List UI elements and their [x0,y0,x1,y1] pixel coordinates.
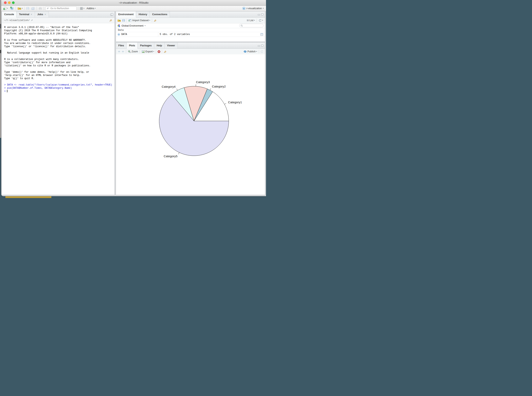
refresh-environment-button[interactable]: ▾ [258,19,263,22]
plots-tabstrip: Files Plots Packages Help Viewer [116,43,265,49]
plots-pane: Files Plots Packages Help Viewer [116,42,265,195]
tab-plots[interactable]: Plots [127,43,138,49]
console-output-line: Type 'q()' to quit R. [4,77,112,80]
toolbar-divider [162,50,162,53]
zoom-plot-button[interactable]: Zoom [128,50,138,53]
new-file-icon [3,7,6,10]
console-output-line: Type 'contributors()' for more informati… [4,61,112,64]
previous-plot-arrow-icon[interactable] [117,50,120,53]
goto-placeholder: Go to file/function [50,7,69,10]
tab-packages[interactable]: Packages [138,43,154,49]
open-file-button[interactable]: ▾ [17,7,23,10]
environment-section-header: Data [116,28,265,32]
svg-text:R: R [243,8,245,10]
expand-object-icon[interactable] [117,33,120,36]
plot-canvas: Category1Category2Category3Category4Cate… [116,54,265,195]
next-plot-arrow-icon[interactable] [122,50,124,53]
remove-plot-icon[interactable] [158,50,160,53]
toolbar-divider [126,50,126,53]
object-summary: 5 obs. of 2 variables [158,33,260,36]
chevron-down-icon: ▾ [256,51,257,52]
tabstrip-filler [170,12,256,17]
tab-label: Terminal [19,13,29,16]
pane-layout-button[interactable]: ▾ [80,7,85,10]
console-cursor[interactable] [7,90,7,92]
minimize-pane-icon[interactable] [258,14,260,15]
import-dataset-button[interactable]: Import Dataset ▾ [128,19,151,22]
clear-all-plots-broom-icon[interactable] [164,50,167,53]
tab-terminal[interactable]: Terminal ✕ [17,12,35,17]
console-output-line: 'citation()' on how to cite R or R packa… [4,64,112,67]
console-pane: Console Terminal ✕ Jobs ✕ ~/r-visualizat… [2,11,115,195]
pie-label: Category3 [196,80,210,84]
addins-label: Addins [87,7,94,10]
list-label: List [250,19,253,22]
tab-help[interactable]: Help [154,43,165,49]
close-icon[interactable]: ✕ [30,13,32,16]
toolbar-divider [156,50,156,53]
chevron-down-icon: ▾ [254,20,255,21]
console-output-line [4,80,112,83]
console-output[interactable]: R version 3.6.1 (2019-07-05) -- "Action … [2,23,115,195]
zoom-label: Zoom [131,50,138,53]
toolbar-divider [78,7,78,10]
save-workspace-icon[interactable] [122,19,125,22]
chevron-down-icon: ▾ [145,25,146,27]
pie-label-tick [196,84,196,86]
console-path-bar: ~/r-visualization/ [2,17,115,23]
tab-jobs[interactable]: Jobs ✕ [35,12,49,17]
new-project-button[interactable]: R [10,6,14,11]
toolbar-divider [16,7,16,10]
console-output-line [4,35,112,39]
close-icon[interactable]: ✕ [44,13,46,16]
project-name: r-visualization [247,7,262,10]
tab-environment[interactable]: Environment [116,12,136,17]
pie-label-tick [178,152,179,154]
tab-viewer[interactable]: Viewer [165,43,178,49]
console-output-line: Platform: x86_64-apple-darwin15.6.0 (64-… [4,32,112,35]
maximize-pane-icon[interactable] [261,45,263,47]
zoom-magnifier-icon [128,50,131,53]
console-output-line: R is a collaborative project with many c… [4,58,112,61]
environment-object-row[interactable]: DATA 5 obs. of 2 variables [116,32,265,37]
view-data-grid-icon[interactable] [260,33,263,36]
title-bar: ~/r-visualization - RStudio [1,0,266,6]
export-plot-button[interactable]: Export ▾ [141,50,154,53]
chevron-down-icon: ▾ [263,8,263,9]
goto-directory-arrow-icon[interactable] [31,19,34,21]
addins-button[interactable]: Addins ▾ [86,7,96,10]
environment-search-input[interactable] [239,24,263,27]
plots-toolbar: Zoom Export ▾ [116,49,265,55]
clear-console-broom-icon[interactable] [109,19,112,22]
project-menu-button[interactable]: R r-visualization ▾ [242,7,264,10]
minimize-pane-icon[interactable] [258,45,260,47]
pie-label-tick [210,88,211,90]
tabstrip-filler [49,12,109,17]
refresh-plot-icon[interactable] [260,50,263,53]
print-button[interactable] [38,7,42,10]
import-dataset-label: Import Dataset [132,19,149,22]
list-view-button[interactable]: List ▾ [246,19,255,22]
maximize-pane-icon[interactable] [110,13,113,16]
working-directory: ~/r-visualization/ [4,19,30,22]
goto-file-function-input[interactable]: Go to file/function [45,6,76,11]
maximize-pane-icon[interactable] [261,13,263,15]
save-button[interactable] [26,7,29,10]
save-all-button[interactable] [31,7,35,10]
load-workspace-folder-icon[interactable] [117,19,121,22]
new-file-button[interactable]: ▾ [3,6,8,11]
pie-label: Category5 [164,154,177,158]
console-output-line [4,67,112,70]
environment-scope-selector[interactable]: Global Environment [122,24,144,27]
clear-environment-broom-icon[interactable] [153,19,157,22]
tab-files[interactable]: Files [116,43,127,49]
tab-label: Connections [152,13,167,16]
console-input-line: > pie(DATA$Number.of.Times, DATA$Categor… [4,87,112,90]
tab-history[interactable]: History [136,12,150,17]
console-output-line [4,55,112,58]
publish-plot-button[interactable]: Publish ▾ [243,50,257,53]
toolbar-divider [140,50,140,53]
tab-console[interactable]: Console [2,12,17,17]
tab-connections[interactable]: Connections [150,12,170,17]
search-icon [241,25,243,27]
